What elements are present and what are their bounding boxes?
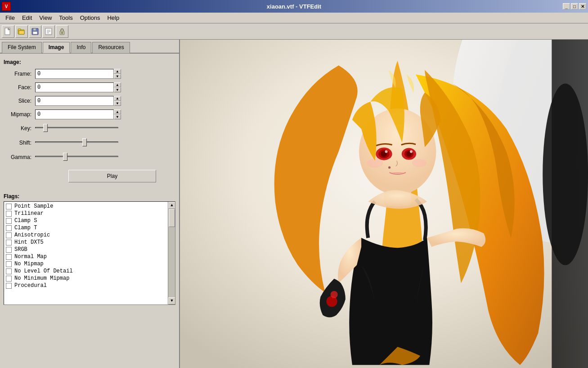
flag-checkbox-clamp-s[interactable] xyxy=(6,218,12,224)
flag-item-normal-map[interactable]: Normal Map xyxy=(6,253,166,260)
flag-checkbox-srgb[interactable] xyxy=(6,247,12,253)
flag-label-hint-dxt5: Hint DXT5 xyxy=(14,239,44,245)
frame-row: Frame: ▲ ▼ xyxy=(4,69,175,79)
svg-rect-7 xyxy=(33,28,36,31)
shift-row: Shift: xyxy=(4,137,175,148)
frame-down[interactable]: ▼ xyxy=(114,74,121,79)
menu-file[interactable]: File xyxy=(2,14,18,22)
mipmap-input[interactable] xyxy=(35,109,114,119)
image-section-label: Image: xyxy=(4,59,175,65)
save-button[interactable] xyxy=(29,25,41,38)
flag-label-srgb: SRGB xyxy=(14,246,27,253)
flag-checkbox-hint-dxt5[interactable] xyxy=(6,240,12,245)
face-up[interactable]: ▲ xyxy=(114,82,121,87)
flag-label-no-minimum-mipmap: No Minimum Mipmap xyxy=(14,275,69,282)
minimize-btn[interactable]: _ xyxy=(563,3,570,9)
tab-bar: File System Image Info Resources xyxy=(0,40,179,54)
mipmap-down[interactable]: ▼ xyxy=(114,114,121,119)
face-down[interactable]: ▼ xyxy=(114,87,121,92)
menu-tools[interactable]: Tools xyxy=(55,14,76,22)
mipmap-spin: ▲ ▼ xyxy=(35,109,121,119)
flag-item-srgb[interactable]: SRGB xyxy=(6,246,166,253)
frame-label: Frame: xyxy=(4,71,35,77)
shift-label: Shift: xyxy=(4,140,35,146)
key-row: Key: xyxy=(4,123,175,134)
flag-item-no-mipmap[interactable]: No Mipmap xyxy=(6,260,166,268)
face-input[interactable] xyxy=(35,82,114,92)
flag-checkbox-normal-map[interactable] xyxy=(6,254,12,260)
frame-up[interactable]: ▲ xyxy=(114,69,121,74)
menu-help[interactable]: Help xyxy=(103,14,123,22)
flag-checkbox-clamp-t[interactable] xyxy=(6,225,12,231)
play-button[interactable]: Play xyxy=(68,170,156,182)
svg-rect-8 xyxy=(33,32,37,34)
face-spin: ▲ ▼ xyxy=(35,82,121,92)
slice-spin: ▲ ▼ xyxy=(35,96,121,106)
new-button[interactable] xyxy=(2,25,14,38)
flag-item-point-sample[interactable]: Point Sample xyxy=(6,203,166,210)
tab-filesystem[interactable]: File System xyxy=(2,42,42,53)
flag-label-normal-map: Normal Map xyxy=(14,254,47,260)
left-panel: File System Image Info Resources Image: … xyxy=(0,40,180,368)
maximize-btn[interactable]: □ xyxy=(571,3,578,9)
flags-scrollbar[interactable]: ▲ ▼ xyxy=(168,202,175,304)
scroll-thumb[interactable] xyxy=(169,209,175,227)
flag-label-no-mipmap: No Mipmap xyxy=(14,261,44,267)
flag-item-no-level-of-detail[interactable]: No Level Of Detail xyxy=(6,268,166,275)
flag-checkbox-anisotropic[interactable] xyxy=(6,232,12,238)
export-button[interactable] xyxy=(42,25,55,38)
lock-button[interactable] xyxy=(56,25,68,38)
scroll-down-btn[interactable]: ▼ xyxy=(168,297,175,304)
flag-checkbox-no-level-of-detail[interactable] xyxy=(6,268,12,274)
frame-spin: ▲ ▼ xyxy=(35,69,121,79)
slice-row: Slice: ▲ ▼ xyxy=(4,96,175,106)
flag-checkbox-trilinear[interactable] xyxy=(6,211,12,217)
menu-view[interactable]: View xyxy=(36,14,55,22)
menu-options[interactable]: Options xyxy=(76,14,104,22)
frame-input[interactable] xyxy=(35,69,114,79)
slice-down[interactable]: ▼ xyxy=(114,101,121,106)
svg-point-15 xyxy=(61,32,63,34)
mipmap-up[interactable]: ▲ xyxy=(114,109,121,114)
gamma-slider[interactable] xyxy=(35,152,118,161)
scroll-up-btn[interactable]: ▲ xyxy=(168,202,175,209)
title-bar: V xiaoan.vtf - VTFEdit _ □ ✕ xyxy=(0,0,588,13)
flag-checkbox-procedural[interactable] xyxy=(6,283,12,289)
tab-resources[interactable]: Resources xyxy=(92,42,130,53)
close-btn[interactable]: ✕ xyxy=(579,3,586,9)
tab-image[interactable]: Image xyxy=(43,42,70,53)
flags-container: Point SampleTrilinearClamp SClamp TAniso… xyxy=(4,201,175,305)
key-label: Key: xyxy=(4,125,35,132)
flag-item-clamp-s[interactable]: Clamp S xyxy=(6,217,166,224)
menu-edit[interactable]: Edit xyxy=(18,14,36,22)
flag-item-procedural[interactable]: Procedural xyxy=(6,282,166,289)
tab-info[interactable]: Info xyxy=(71,42,91,53)
gamma-label: Gamma: xyxy=(4,154,35,160)
face-label: Face: xyxy=(4,84,35,91)
svg-point-33 xyxy=(388,166,391,168)
shift-slider[interactable] xyxy=(35,137,118,146)
flag-checkbox-no-mipmap[interactable] xyxy=(6,261,12,267)
flag-item-hint-dxt5[interactable]: Hint DXT5 xyxy=(6,239,166,246)
flag-item-anisotropic[interactable]: Anisotropic xyxy=(6,232,166,239)
key-slider[interactable] xyxy=(35,123,118,132)
scroll-thumb-area[interactable] xyxy=(168,209,175,297)
slice-input[interactable] xyxy=(35,96,114,106)
gamma-row: Gamma: xyxy=(4,152,175,163)
flag-checkbox-no-minimum-mipmap[interactable] xyxy=(6,276,12,282)
flag-label-anisotropic: Anisotropic xyxy=(14,232,50,238)
window-title: xiaoan.vtf - VTFEdit xyxy=(267,3,321,10)
mipmap-label: Mipmap: xyxy=(4,111,35,118)
flag-item-trilinear[interactable]: Trilinear xyxy=(6,210,166,217)
open-button[interactable] xyxy=(15,25,28,38)
mipmap-row: Mipmap: ▲ ▼ xyxy=(4,109,175,119)
slice-up[interactable]: ▲ xyxy=(114,96,121,101)
flag-item-clamp-t[interactable]: Clamp T xyxy=(6,224,166,232)
flag-item-no-minimum-mipmap[interactable]: No Minimum Mipmap xyxy=(6,275,166,282)
flags-label: Flags: xyxy=(4,193,175,200)
app-icon: V xyxy=(2,2,11,11)
svg-point-26 xyxy=(385,150,388,153)
main-area: File System Image Info Resources Image: … xyxy=(0,40,588,368)
toolbar xyxy=(0,23,588,40)
flag-checkbox-point-sample[interactable] xyxy=(6,204,12,209)
